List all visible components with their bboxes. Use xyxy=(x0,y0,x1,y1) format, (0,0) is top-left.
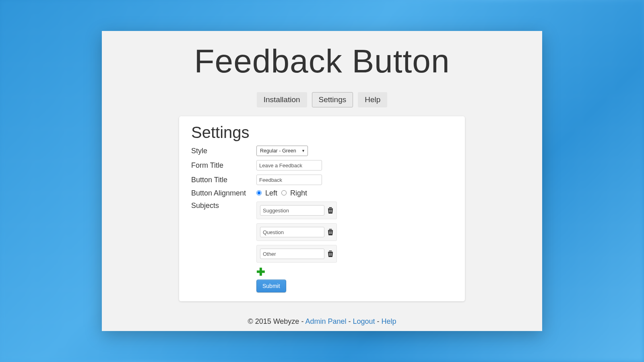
alignment-right-option[interactable]: Right xyxy=(281,189,307,197)
tab-help[interactable]: Help xyxy=(358,92,387,107)
alignment-radios: Left Right xyxy=(256,189,307,197)
subjects-column: ✚ Submit xyxy=(256,202,337,292)
form-title-input[interactable] xyxy=(256,160,322,171)
alignment-left-label: Left xyxy=(265,189,277,197)
settings-card: Settings Style Regular - Green Form Titl… xyxy=(179,116,465,301)
alignment-right-radio[interactable] xyxy=(281,190,287,195)
trash-icon[interactable] xyxy=(328,250,333,257)
subject-item xyxy=(256,245,337,263)
alignment-left-option[interactable]: Left xyxy=(256,189,277,197)
footer-copyright: © 2015 Webyze xyxy=(248,317,299,325)
footer-sep: - xyxy=(301,317,305,325)
footer-sep: - xyxy=(377,317,382,325)
row-style: Style Regular - Green xyxy=(191,146,453,156)
style-select-value: Regular - Green xyxy=(260,148,296,154)
subject-item xyxy=(256,202,337,219)
tab-installation[interactable]: Installation xyxy=(257,92,307,107)
submit-button[interactable]: Submit xyxy=(256,280,286,292)
row-subjects: Subjects xyxy=(191,202,453,292)
label-alignment: Button Alignment xyxy=(191,189,256,197)
page-title: Feedback Button xyxy=(102,42,542,80)
row-form-title: Form Title xyxy=(191,160,453,171)
footer-link-admin[interactable]: Admin Panel xyxy=(305,317,346,325)
footer: © 2015 Webyze - Admin Panel - Logout - H… xyxy=(102,317,542,326)
row-alignment: Button Alignment Left Right xyxy=(191,189,453,197)
trash-icon[interactable] xyxy=(328,228,333,236)
trash-icon[interactable] xyxy=(328,207,333,214)
footer-sep: - xyxy=(349,317,353,325)
tab-bar: Installation Settings Help xyxy=(102,92,542,107)
footer-link-help[interactable]: Help xyxy=(382,317,396,325)
style-select[interactable]: Regular - Green xyxy=(256,146,308,156)
subject-item xyxy=(256,223,337,241)
plus-icon: ✚ xyxy=(256,266,265,278)
footer-link-logout[interactable]: Logout xyxy=(353,317,375,325)
subject-input-0[interactable] xyxy=(260,205,324,216)
label-style: Style xyxy=(191,147,256,155)
section-title: Settings xyxy=(191,123,453,142)
label-form-title: Form Title xyxy=(191,161,256,170)
subject-input-2[interactable] xyxy=(260,249,324,259)
alignment-left-radio[interactable] xyxy=(256,190,262,195)
tab-settings[interactable]: Settings xyxy=(312,92,353,107)
button-title-input[interactable] xyxy=(256,175,322,185)
alignment-right-label: Right xyxy=(290,189,307,197)
row-button-title: Button Title xyxy=(191,175,453,185)
label-subjects: Subjects xyxy=(191,202,256,210)
subject-input-1[interactable] xyxy=(260,227,324,237)
add-subject-button[interactable]: ✚ xyxy=(256,267,337,277)
main-panel: Feedback Button Installation Settings He… xyxy=(102,31,542,331)
label-button-title: Button Title xyxy=(191,176,256,184)
